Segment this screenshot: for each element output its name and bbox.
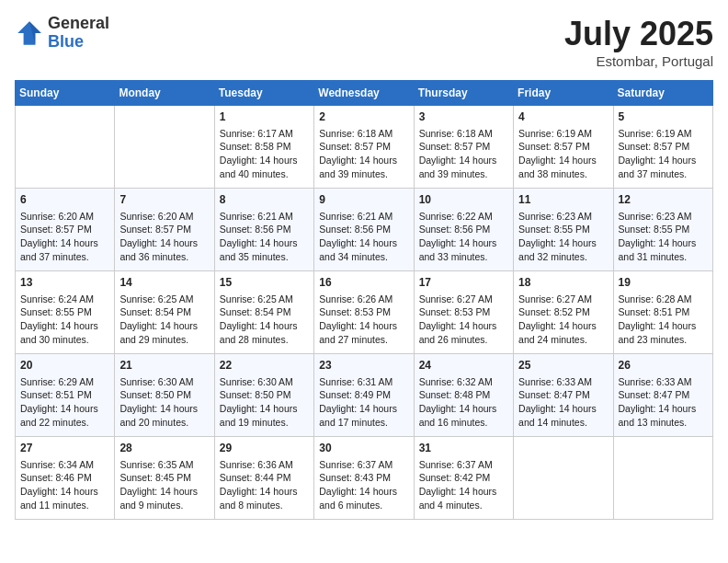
calendar-cell: 31Sunrise: 6:37 AMSunset: 8:42 PMDayligh… — [414, 437, 513, 520]
day-info: Sunrise: 6:21 AMSunset: 8:56 PMDaylight:… — [220, 210, 309, 264]
calendar-cell: 2Sunrise: 6:18 AMSunset: 8:57 PMDaylight… — [314, 106, 414, 189]
calendar-cell: 18Sunrise: 6:27 AMSunset: 8:52 PMDayligh… — [514, 271, 613, 354]
day-number: 20 — [20, 358, 109, 373]
calendar-cell: 7Sunrise: 6:20 AMSunset: 8:57 PMDaylight… — [115, 189, 214, 271]
day-info: Sunrise: 6:36 AMSunset: 8:44 PMDaylight:… — [220, 458, 309, 512]
calendar-cell: 25Sunrise: 6:33 AMSunset: 8:47 PMDayligh… — [514, 354, 613, 437]
day-number: 22 — [220, 358, 309, 373]
day-info: Sunrise: 6:31 AMSunset: 8:49 PMDaylight:… — [319, 375, 408, 430]
day-info: Sunrise: 6:34 AMSunset: 8:46 PMDaylight:… — [20, 458, 109, 512]
calendar-cell: 21Sunrise: 6:30 AMSunset: 8:50 PMDayligh… — [115, 354, 214, 437]
logo-text: General Blue — [48, 15, 109, 52]
day-number: 26 — [619, 358, 708, 373]
day-info: Sunrise: 6:19 AMSunset: 8:57 PMDaylight:… — [619, 127, 708, 181]
day-number: 27 — [20, 441, 109, 456]
calendar-cell: 28Sunrise: 6:35 AMSunset: 8:45 PMDayligh… — [115, 437, 214, 520]
weekday-header-wednesday: Wednesday — [314, 81, 414, 106]
calendar-cell: 13Sunrise: 6:24 AMSunset: 8:55 PMDayligh… — [16, 271, 115, 354]
calendar-week-5: 27Sunrise: 6:34 AMSunset: 8:46 PMDayligh… — [16, 437, 713, 520]
weekday-header-tuesday: Tuesday — [214, 81, 313, 106]
logo-general: General — [48, 15, 109, 33]
day-info: Sunrise: 6:27 AMSunset: 8:52 PMDaylight:… — [518, 293, 608, 347]
calendar-week-1: 1Sunrise: 6:17 AMSunset: 8:58 PMDaylight… — [16, 106, 713, 189]
day-number: 15 — [220, 275, 309, 291]
day-info: Sunrise: 6:26 AMSunset: 8:53 PMDaylight:… — [319, 293, 408, 347]
logo-blue: Blue — [48, 33, 109, 52]
calendar-cell: 24Sunrise: 6:32 AMSunset: 8:48 PMDayligh… — [414, 354, 513, 437]
day-info: Sunrise: 6:18 AMSunset: 8:57 PMDaylight:… — [319, 127, 408, 181]
day-number: 25 — [518, 358, 608, 373]
day-info: Sunrise: 6:20 AMSunset: 8:57 PMDaylight:… — [119, 210, 209, 264]
calendar-cell: 4Sunrise: 6:19 AMSunset: 8:57 PMDaylight… — [514, 106, 613, 189]
calendar-cell — [613, 437, 712, 520]
day-info: Sunrise: 6:19 AMSunset: 8:57 PMDaylight:… — [518, 127, 608, 181]
day-info: Sunrise: 6:17 AMSunset: 8:58 PMDaylight:… — [220, 127, 309, 181]
day-number: 29 — [220, 441, 309, 456]
day-number: 16 — [319, 275, 408, 291]
day-number: 21 — [119, 358, 209, 373]
weekday-header-monday: Monday — [115, 81, 214, 106]
day-number: 23 — [319, 358, 408, 373]
day-info: Sunrise: 6:30 AMSunset: 8:50 PMDaylight:… — [119, 375, 209, 430]
day-info: Sunrise: 6:20 AMSunset: 8:57 PMDaylight:… — [20, 210, 109, 264]
day-info: Sunrise: 6:33 AMSunset: 8:47 PMDaylight:… — [619, 375, 708, 430]
calendar-cell: 23Sunrise: 6:31 AMSunset: 8:49 PMDayligh… — [314, 354, 414, 437]
day-number: 13 — [20, 275, 109, 291]
day-number: 9 — [319, 192, 408, 208]
day-number: 11 — [518, 192, 608, 208]
calendar-cell: 9Sunrise: 6:21 AMSunset: 8:56 PMDaylight… — [314, 189, 414, 271]
calendar-cell: 8Sunrise: 6:21 AMSunset: 8:56 PMDaylight… — [214, 189, 313, 271]
logo-icon — [15, 18, 44, 48]
calendar-week-2: 6Sunrise: 6:20 AMSunset: 8:57 PMDaylight… — [16, 189, 713, 271]
day-info: Sunrise: 6:33 AMSunset: 8:47 PMDaylight:… — [518, 375, 608, 430]
day-info: Sunrise: 6:35 AMSunset: 8:45 PMDaylight:… — [119, 458, 209, 512]
calendar-cell: 20Sunrise: 6:29 AMSunset: 8:51 PMDayligh… — [16, 354, 115, 437]
day-info: Sunrise: 6:23 AMSunset: 8:55 PMDaylight:… — [619, 210, 708, 264]
calendar-cell: 12Sunrise: 6:23 AMSunset: 8:55 PMDayligh… — [613, 189, 712, 271]
day-info: Sunrise: 6:18 AMSunset: 8:57 PMDaylight:… — [419, 127, 508, 181]
calendar-cell: 26Sunrise: 6:33 AMSunset: 8:47 PMDayligh… — [613, 354, 712, 437]
calendar-cell: 15Sunrise: 6:25 AMSunset: 8:54 PMDayligh… — [214, 271, 313, 354]
location: Estombar, Portugal — [564, 53, 713, 69]
day-info: Sunrise: 6:22 AMSunset: 8:56 PMDaylight:… — [419, 210, 508, 264]
day-number: 5 — [619, 109, 708, 125]
calendar-week-4: 20Sunrise: 6:29 AMSunset: 8:51 PMDayligh… — [16, 354, 713, 437]
day-number: 19 — [619, 275, 708, 291]
calendar-week-3: 13Sunrise: 6:24 AMSunset: 8:55 PMDayligh… — [16, 271, 713, 354]
weekday-header-row: SundayMondayTuesdayWednesdayThursdayFrid… — [16, 81, 713, 106]
day-number: 7 — [119, 192, 209, 208]
weekday-header-thursday: Thursday — [414, 81, 513, 106]
day-info: Sunrise: 6:28 AMSunset: 8:51 PMDaylight:… — [619, 293, 708, 347]
calendar-body: 1Sunrise: 6:17 AMSunset: 8:58 PMDaylight… — [16, 106, 713, 520]
month-title: July 2025 — [564, 15, 713, 53]
day-number: 17 — [419, 275, 508, 291]
day-info: Sunrise: 6:32 AMSunset: 8:48 PMDaylight:… — [419, 375, 508, 430]
day-number: 12 — [619, 192, 708, 208]
calendar-cell — [115, 106, 214, 189]
calendar-cell: 30Sunrise: 6:37 AMSunset: 8:43 PMDayligh… — [314, 437, 414, 520]
logo: General Blue — [15, 15, 109, 52]
day-number: 24 — [419, 358, 508, 373]
calendar-cell: 14Sunrise: 6:25 AMSunset: 8:54 PMDayligh… — [115, 271, 214, 354]
day-number: 10 — [419, 192, 508, 208]
calendar-cell: 27Sunrise: 6:34 AMSunset: 8:46 PMDayligh… — [16, 437, 115, 520]
day-info: Sunrise: 6:30 AMSunset: 8:50 PMDaylight:… — [220, 375, 309, 430]
weekday-header-saturday: Saturday — [613, 81, 712, 106]
day-number: 30 — [319, 441, 408, 456]
day-number: 14 — [119, 275, 209, 291]
day-info: Sunrise: 6:29 AMSunset: 8:51 PMDaylight:… — [20, 375, 109, 430]
day-info: Sunrise: 6:27 AMSunset: 8:53 PMDaylight:… — [419, 293, 508, 347]
day-info: Sunrise: 6:23 AMSunset: 8:55 PMDaylight:… — [518, 210, 608, 264]
day-info: Sunrise: 6:37 AMSunset: 8:43 PMDaylight:… — [319, 458, 408, 512]
title-block: July 2025 Estombar, Portugal — [564, 15, 713, 69]
calendar-cell: 17Sunrise: 6:27 AMSunset: 8:53 PMDayligh… — [414, 271, 513, 354]
day-info: Sunrise: 6:25 AMSunset: 8:54 PMDaylight:… — [119, 293, 209, 347]
calendar-cell: 5Sunrise: 6:19 AMSunset: 8:57 PMDaylight… — [613, 106, 712, 189]
day-info: Sunrise: 6:21 AMSunset: 8:56 PMDaylight:… — [319, 210, 408, 264]
calendar-cell: 22Sunrise: 6:30 AMSunset: 8:50 PMDayligh… — [214, 354, 313, 437]
day-number: 3 — [419, 109, 508, 125]
day-info: Sunrise: 6:24 AMSunset: 8:55 PMDaylight:… — [20, 293, 109, 347]
day-number: 6 — [20, 192, 109, 208]
calendar-cell: 29Sunrise: 6:36 AMSunset: 8:44 PMDayligh… — [214, 437, 313, 520]
calendar-cell: 19Sunrise: 6:28 AMSunset: 8:51 PMDayligh… — [613, 271, 712, 354]
